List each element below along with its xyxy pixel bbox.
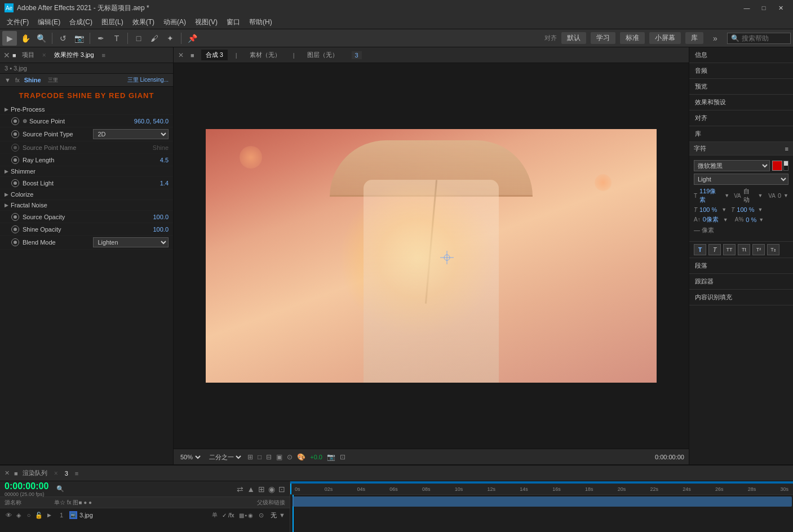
section-library[interactable]: 库 [689, 126, 793, 142]
effect-licensing[interactable]: 三里 Licensing... [127, 76, 169, 84]
format-smallcaps[interactable]: Tt [738, 244, 750, 255]
leading-dropdown[interactable]: ▼ [783, 193, 788, 198]
layer-expand[interactable]: ▶ [47, 512, 51, 518]
font-select[interactable]: 微软雅黑 [694, 160, 770, 171]
split-mode-select[interactable]: 二分之一 [207, 453, 243, 461]
crosshair-icon[interactable]: ⊕ [23, 118, 27, 124]
scale-v-dropdown[interactable]: ▼ [758, 207, 763, 212]
search-input[interactable] [742, 34, 787, 42]
menu-view[interactable]: 视图(V) [191, 16, 222, 28]
viewer-icon-snapshot[interactable]: 📷 [327, 453, 335, 461]
source-opacity-value[interactable]: 100.0 [153, 214, 169, 220]
color-checker-swatch[interactable] [783, 161, 788, 171]
layer-eye[interactable]: 👁 [5, 511, 12, 519]
layer-lock[interactable]: 🔓 [35, 511, 43, 519]
skew-value[interactable]: 0 % [746, 216, 756, 223]
workspace-default[interactable]: 默认 [561, 32, 586, 44]
menu-animation[interactable]: 动画(A) [159, 16, 191, 28]
format-bold[interactable]: T [694, 244, 706, 255]
viewer-icon-safe[interactable]: ▣ [276, 453, 282, 461]
search-layers-icon[interactable]: 🔍 [56, 485, 64, 493]
text-color-swatch[interactable] [772, 161, 782, 171]
ray-length-value[interactable]: 4.5 [160, 157, 169, 163]
stopwatch-source-opacity[interactable] [11, 213, 19, 221]
layer-name[interactable]: 3.jpg [79, 512, 210, 518]
timeline-menu[interactable]: ≡ [75, 470, 78, 477]
timeline-solo-icon[interactable]: ▲ [247, 485, 255, 494]
tool-clone[interactable]: ✦ [163, 31, 178, 46]
tab-composition[interactable]: 合成 3 [201, 50, 228, 60]
comp-panel-close[interactable]: ✕ [178, 51, 184, 59]
tab-comp-timeline[interactable]: 3 [65, 470, 68, 477]
layer-track-bar[interactable] [293, 496, 792, 507]
layer-solo[interactable]: ○ [25, 511, 33, 519]
more-workspaces-button[interactable]: » [708, 31, 723, 46]
layer-audio[interactable]: ◈ [15, 511, 23, 519]
leading-value[interactable]: 0 [778, 192, 781, 199]
viewer-icon-color[interactable]: 🎨 [297, 453, 305, 461]
stopwatch-boost-light[interactable] [11, 179, 19, 187]
tool-text[interactable]: T [109, 31, 124, 46]
section-audio[interactable]: 音频 [689, 63, 793, 79]
timeline-timecode[interactable]: 0:00:00:00 [5, 481, 48, 491]
layer-switch-solo[interactable]: 单 [212, 511, 218, 519]
section-effects-presets[interactable]: 效果和预设 [689, 95, 793, 110]
format-allcaps[interactable]: TT [723, 244, 736, 255]
section-info[interactable]: 信息 [689, 47, 793, 63]
char-menu[interactable]: ≡ [785, 145, 788, 152]
stopwatch-source-type[interactable] [11, 130, 19, 138]
group-fractal-noise[interactable]: ▶ Fractal Noise [0, 200, 173, 211]
minimize-button[interactable]: — [739, 2, 755, 14]
section-paragraph[interactable]: 段落 [689, 258, 793, 274]
viewer-icon-3d[interactable]: ⊙ [287, 453, 293, 461]
font-style-select[interactable]: Light [694, 174, 788, 185]
tool-select[interactable]: ▶ [2, 31, 17, 46]
timeline-collapse-icon[interactable]: ◉ [268, 485, 275, 494]
baseline-dropdown[interactable]: ▼ [723, 217, 728, 223]
zoom-select[interactable]: 50% [178, 453, 202, 461]
switch-3[interactable]: ◉ [248, 512, 253, 518]
tab-layer[interactable]: 图层（无） [303, 50, 343, 60]
maximize-button[interactable]: □ [756, 2, 772, 14]
tool-hand[interactable]: ✋ [18, 31, 33, 46]
viewer-icon-mask[interactable]: □ [258, 453, 262, 461]
tool-paint[interactable]: 🖌 [147, 31, 162, 46]
section-content-aware[interactable]: 内容识别填充 [689, 290, 793, 305]
tool-shape-rect[interactable]: □ [131, 31, 146, 46]
stopwatch-ray-length[interactable] [11, 156, 19, 164]
panel-close-button[interactable]: ✕ [3, 51, 10, 60]
zoom-control[interactable]: 50% [178, 453, 202, 461]
close-button[interactable]: ✕ [773, 2, 788, 14]
section-preview[interactable]: 预览 [689, 79, 793, 95]
format-subscript[interactable]: T₂ [767, 244, 779, 255]
section-align[interactable]: 对齐 [689, 110, 793, 126]
tab-effects[interactable]: 效果控件 3.jpg [51, 50, 98, 60]
menu-edit[interactable]: 编辑(E) [33, 16, 65, 28]
layer-parent-value[interactable]: 无 [271, 511, 277, 520]
stopwatch-shine-opacity[interactable] [11, 225, 19, 233]
format-italic[interactable]: T [708, 244, 721, 255]
workspace-small[interactable]: 小屏幕 [649, 32, 681, 44]
timeline-nav-icon[interactable]: ⇄ [237, 485, 243, 494]
source-point-value[interactable]: 960.0, 540.0 [134, 118, 169, 125]
baseline-value[interactable]: 0像素 [703, 215, 719, 224]
tool-rotate[interactable]: ↺ [56, 31, 70, 46]
workspace-library[interactable]: 库 [685, 32, 703, 44]
size-dropdown[interactable]: ▼ [724, 193, 729, 198]
boost-light-value[interactable]: 1.4 [160, 180, 169, 187]
workspace-standard[interactable]: 标准 [620, 32, 645, 44]
menu-window[interactable]: 窗口 [222, 16, 245, 28]
layer-fx-switch[interactable]: ✓ /fx [222, 512, 234, 518]
layer-parent-dropdown[interactable]: ▼ [279, 512, 285, 518]
timeline-lock-icon[interactable]: ⊞ [258, 485, 265, 494]
effect-expand-arrow[interactable]: ▼ [5, 77, 11, 83]
section-tracker[interactable]: 跟踪器 [689, 274, 793, 290]
tab-project[interactable]: 项目 [19, 50, 38, 60]
workspace-learn[interactable]: 学习 [591, 32, 615, 44]
timeline-mode-icon[interactable]: ⊡ [278, 485, 285, 494]
scale-v-value[interactable]: 100 % [737, 206, 754, 213]
tab-footage[interactable]: 素材（无） [245, 50, 285, 60]
blend-mode-select[interactable]: Lighten [93, 237, 169, 247]
stopwatch-source-point[interactable] [11, 117, 19, 125]
menu-layer[interactable]: 图层(L) [97, 16, 128, 28]
